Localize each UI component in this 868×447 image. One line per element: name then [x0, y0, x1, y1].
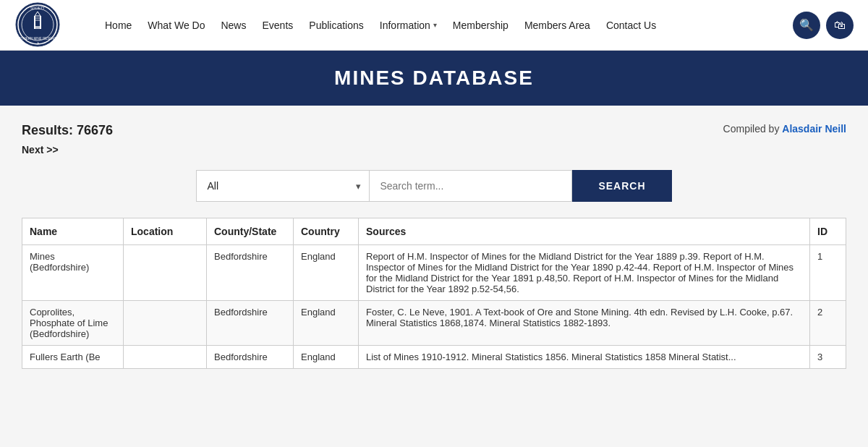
cell-sources: Report of H.M. Inspector of Mines for th… [359, 245, 810, 301]
main-content: Results: 76676 Compiled by Alasdair Neil… [0, 106, 868, 447]
cell-country: England [294, 245, 359, 301]
search-row: All Name Location County/State Country ▾… [22, 170, 846, 202]
cell-country: England [294, 301, 359, 346]
svg-text:SOCIETY: SOCIETY [30, 7, 45, 10]
col-header-location: Location [124, 218, 207, 245]
results-table: Name Location County/State Country Sourc… [22, 218, 846, 369]
nav-information-dropdown-arrow: ▾ [433, 21, 437, 29]
cell-country: England [294, 346, 359, 369]
col-header-county: County/State [207, 218, 294, 245]
compiled-by-author[interactable]: Alasdair Neill [782, 123, 846, 135]
cell-county: Bedfordshire [207, 346, 294, 369]
cell-county: Bedfordshire [207, 245, 294, 301]
cell-sources: Foster, C. Le Neve, 1901. A Text-book of… [359, 301, 810, 346]
cell-id: 3 [810, 346, 846, 369]
nav-home[interactable]: Home [105, 20, 132, 31]
cart-icon-button[interactable]: 🛍 [826, 12, 854, 39]
search-icon-button[interactable]: 🔍 [793, 12, 820, 39]
col-header-country: Country [294, 218, 359, 245]
search-button[interactable]: SEARCH [572, 170, 671, 202]
compiled-by: Compiled by Alasdair Neill [723, 123, 846, 135]
nav-publications[interactable]: Publications [309, 20, 364, 31]
col-header-id: ID [810, 218, 846, 245]
results-count: Results: 76676 [22, 123, 113, 138]
cell-location [124, 245, 207, 301]
search-category-select[interactable]: All Name Location County/State Country [196, 170, 370, 202]
cell-name: Mines (Bedfordshire) [22, 245, 124, 301]
site-logo[interactable]: NORTHERN MINE RESEARCH SOCIETY ✦ [14, 1, 76, 48]
search-input[interactable] [370, 170, 572, 202]
cell-id: 1 [810, 245, 846, 301]
nav-what-we-do[interactable]: What We Do [148, 20, 205, 31]
cell-id: 2 [810, 301, 846, 346]
cell-name: Coprolites, Phosphate of Lime (Bedfordsh… [22, 301, 124, 346]
col-header-name: Name [22, 218, 124, 245]
nav-information[interactable]: Information [380, 20, 430, 31]
nav-bar: NORTHERN MINE RESEARCH SOCIETY ✦ Home Wh… [0, 0, 868, 51]
cell-sources: List of Mines 1910-1912. Mineral Statist… [359, 346, 810, 369]
nav-membership[interactable]: Membership [453, 20, 509, 31]
nav-events[interactable]: Events [262, 20, 293, 31]
page-banner: MINES DATABASE [0, 51, 868, 106]
nav-news[interactable]: News [221, 20, 246, 31]
nav-links: Home What We Do News Events Publications… [105, 20, 778, 31]
table-row: Coprolites, Phosphate of Lime (Bedfordsh… [22, 301, 846, 346]
nav-contact-us[interactable]: Contact Us [606, 20, 656, 31]
page-title: MINES DATABASE [0, 67, 868, 90]
nav-icons: 🔍 🛍 [793, 12, 854, 39]
nav-information-wrapper[interactable]: Information ▾ [380, 20, 437, 31]
next-link[interactable]: Next >> [22, 144, 59, 156]
cell-name: Fullers Earth (Be [22, 346, 124, 369]
cell-county: Bedfordshire [207, 301, 294, 346]
cell-location [124, 346, 207, 369]
results-row: Results: 76676 Compiled by Alasdair Neil… [22, 123, 846, 138]
nav-members-area[interactable]: Members Area [524, 20, 590, 31]
table-row: Mines (Bedfordshire) Bedfordshire Englan… [22, 245, 846, 301]
svg-text:NORTHERN MINE RESEARCH: NORTHERN MINE RESEARCH [14, 37, 61, 41]
svg-rect-8 [35, 26, 41, 29]
cell-location [124, 301, 207, 346]
table-row: Fullers Earth (Be Bedfordshire England L… [22, 346, 846, 369]
search-select-wrapper: All Name Location County/State Country ▾ [196, 170, 370, 202]
col-header-sources: Sources [359, 218, 810, 245]
table-header-row: Name Location County/State Country Sourc… [22, 218, 846, 245]
